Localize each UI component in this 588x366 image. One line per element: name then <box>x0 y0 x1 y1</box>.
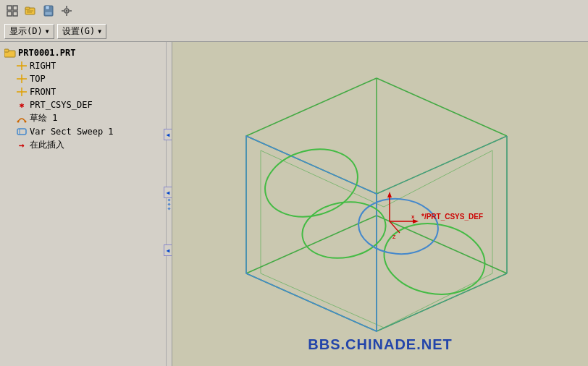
svg-rect-10 <box>45 12 52 15</box>
svg-text:*/PRT_CSYS_DEF: */PRT_CSYS_DEF <box>421 213 483 221</box>
svg-rect-1 <box>13 6 17 10</box>
tree-root-label: PRT0001.PRT <box>18 48 75 58</box>
icon-btn-1[interactable] <box>4 3 20 19</box>
insert-icon: → <box>16 140 28 151</box>
svg-rect-27 <box>17 129 26 135</box>
collapse-arrow-2[interactable]: ◀ <box>164 187 172 198</box>
csys-icon: ✱ <box>16 99 28 111</box>
resize-dots-group <box>168 199 170 210</box>
tree-item-csys[interactable]: ✱ PRT_CSYS_DEF <box>3 98 169 111</box>
sweep-icon <box>16 126 28 137</box>
svg-rect-18 <box>4 49 9 52</box>
tree-item-insert-label: 在此插入 <box>30 139 64 151</box>
collapse-arrow-1[interactable]: ◀ <box>164 129 172 140</box>
tree-item-sketch[interactable]: 草绘 1 <box>3 111 169 125</box>
svg-point-25 <box>17 120 20 122</box>
viewport[interactable]: */PRT_CSYS_DEF z x BBS.CHINADE.NET <box>172 42 588 366</box>
tree-item-front[interactable]: FRONT <box>3 85 169 98</box>
svg-rect-29 <box>174 42 587 366</box>
svg-text:z: z <box>392 233 396 240</box>
menu-display[interactable]: 显示(D) ▼ <box>4 24 54 39</box>
tree-item-sweep[interactable]: Var Sect Sweep 1 <box>3 125 169 138</box>
icon-btn-2[interactable] <box>22 3 38 19</box>
svg-rect-5 <box>25 7 30 9</box>
tree-panel: PRT0001.PRT RIGHT <box>0 42 172 366</box>
svg-rect-3 <box>13 12 17 16</box>
tree-item-sweep-label: Var Sect Sweep 1 <box>30 127 114 137</box>
svg-rect-2 <box>7 12 12 16</box>
svg-rect-0 <box>7 6 12 10</box>
tree-root[interactable]: PRT0001.PRT <box>3 46 169 59</box>
icon-btn-4[interactable] <box>59 3 75 19</box>
icon-btn-3[interactable] <box>41 3 56 19</box>
menu-settings[interactable]: 设置(G) ▼ <box>57 24 107 39</box>
svg-point-26 <box>25 120 27 122</box>
svg-point-12 <box>66 10 68 12</box>
plane-icon-front <box>16 86 28 98</box>
tree-item-right-label: RIGHT <box>30 61 56 71</box>
svg-text:x: x <box>411 213 415 220</box>
collapse-arrow-3[interactable]: ◀ <box>164 244 172 256</box>
tree-item-insert[interactable]: → 在此插入 <box>3 138 169 152</box>
plane-icon-right <box>16 60 28 72</box>
tree-item-sketch-label: 草绘 1 <box>30 112 57 124</box>
tree-item-right[interactable]: RIGHT <box>3 59 169 72</box>
viewport-svg: */PRT_CSYS_DEF z x <box>172 42 588 366</box>
tree-item-front-label: FRONT <box>30 87 56 97</box>
tree-item-csys-label: PRT_CSYS_DEF <box>30 100 93 110</box>
tree-item-top[interactable]: TOP <box>3 72 169 85</box>
plane-icon-top <box>16 73 28 85</box>
folder-icon <box>4 47 16 59</box>
sketch-icon <box>16 113 28 124</box>
tree-item-top-label: TOP <box>30 74 46 84</box>
svg-rect-9 <box>46 6 49 9</box>
resize-handle[interactable] <box>166 42 172 366</box>
